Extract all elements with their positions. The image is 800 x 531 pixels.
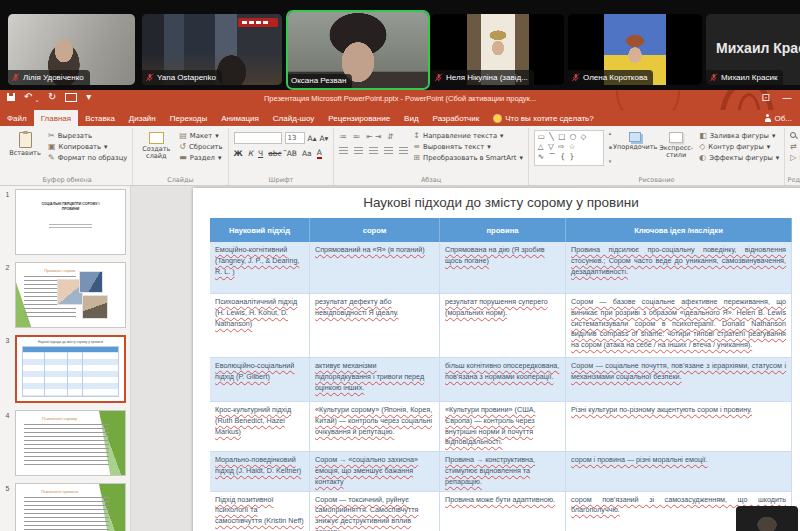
- align-left-icon[interactable]: [339, 147, 348, 154]
- text-direction-button[interactable]: ↕Направление текста ▾: [413, 132, 522, 140]
- current-slide[interactable]: Наукові підходи до змісту сорому у прови…: [193, 188, 800, 531]
- italic-button[interactable]: К: [248, 149, 253, 158]
- participant-tile[interactable]: Олена Короткова: [568, 14, 702, 85]
- table-cell[interactable]: Різні культури по-різному акцентують сор…: [566, 402, 792, 452]
- replace-button[interactable]: ⇄Заменить ▾: [790, 143, 800, 151]
- start-slideshow-icon[interactable]: [65, 93, 77, 102]
- table-cell[interactable]: сором і провина — різні моральні емоції.: [566, 452, 792, 491]
- section-button[interactable]: ▬Раздел ▾: [179, 154, 222, 162]
- layout-button[interactable]: ▤Макет ▾: [179, 132, 222, 140]
- table-cell[interactable]: Спрямована на дію (Я зробив щось погане): [440, 242, 566, 294]
- align-right-icon[interactable]: [369, 147, 378, 154]
- align-center-icon[interactable]: [354, 147, 363, 154]
- new-slide-button[interactable]: Создать слайд: [138, 130, 174, 160]
- slide-thumbnail-3-selected[interactable]: Наукові підходи до змісту сорому у прови…: [15, 335, 126, 403]
- shapes-gallery-scrollbar[interactable]: ▴▪▾: [609, 130, 612, 164]
- reset-button[interactable]: ↺Сбросить: [179, 143, 222, 151]
- tab-slideshow[interactable]: Слайд-шоу: [266, 110, 321, 126]
- slide-thumbnail-5[interactable]: Психологія провини: [15, 483, 126, 531]
- table-cell[interactable]: Провина підсилює про-соціальну поведінку…: [566, 242, 792, 294]
- cut-button[interactable]: ✂Вырезать: [48, 132, 127, 140]
- bullets-icon[interactable]: ≔: [339, 132, 347, 141]
- font-name-box[interactable]: [234, 132, 282, 144]
- tab-view[interactable]: Вид: [397, 110, 425, 126]
- align-text-button[interactable]: ≡Выровнять текст ▾: [413, 143, 522, 151]
- shrink-font-icon[interactable]: А▾: [319, 134, 328, 143]
- smartart-button[interactable]: ⊞Преобразовать в SmartArt ▾: [413, 154, 522, 162]
- table-cell[interactable]: результат дефекту або невідповідності Я …: [310, 294, 440, 358]
- participant-tile-camera-off[interactable]: Михаил Крас Михаил Красик: [706, 14, 800, 85]
- strikethrough-button[interactable]: abc: [268, 149, 281, 158]
- redo-icon[interactable]: ↻: [48, 92, 56, 102]
- account-signin[interactable]: Об...: [764, 110, 800, 126]
- bold-button[interactable]: Ж: [234, 149, 243, 158]
- customize-qat-icon[interactable]: ▾: [86, 92, 91, 102]
- paste-button[interactable]: Вставить: [7, 130, 43, 157]
- tab-developer[interactable]: Разработчик: [426, 110, 487, 126]
- slide-thumbnail-2[interactable]: Провина і сором: [15, 262, 126, 328]
- slide-thumbnail-1[interactable]: СОЦІАЛЬНІ ПЕРЦЕПТИ СОРОМУ І ПРОВИНИ: [15, 189, 126, 255]
- table-cell[interactable]: активує механізми підпорядкування і трив…: [310, 358, 440, 402]
- tab-design[interactable]: Дизайн: [122, 110, 163, 126]
- table-cell[interactable]: Еволюційно-соціальний підхід (P. Gilbert…: [210, 358, 310, 402]
- quick-styles-button[interactable]: Экспресс- стили: [658, 130, 694, 159]
- shape-fill-button[interactable]: ◧Заливка фигуры ▾: [699, 132, 779, 140]
- format-painter-button[interactable]: ✎Формат по образцу: [48, 154, 127, 162]
- tell-me-box[interactable]: Что вы хотите сделать?: [486, 110, 601, 126]
- change-case-button[interactable]: Аа: [302, 149, 312, 158]
- columns-icon[interactable]: [399, 147, 408, 154]
- table-cell[interactable]: більш когнітивно опосередкована, пов’яза…: [440, 358, 566, 402]
- table-cell[interactable]: Провина може бути адаптивною.: [440, 492, 566, 531]
- font-size-box[interactable]: 13: [285, 132, 305, 144]
- undo-icon[interactable]: ↶ ˯: [24, 92, 39, 102]
- tab-insert[interactable]: Вставка: [78, 110, 122, 126]
- table-cell[interactable]: «Культури провини» (США, Європа) — контр…: [440, 402, 566, 452]
- indent-icons[interactable]: ⇤ ⇥: [366, 132, 381, 141]
- table-cell[interactable]: Психоаналітичний підхід (H. Lewis, H. Ko…: [210, 294, 310, 358]
- find-button[interactable]: Найти: [790, 132, 800, 140]
- tab-file[interactable]: Файл: [0, 110, 34, 126]
- participant-tile[interactable]: Неля Нікуліна (завід...: [431, 14, 564, 85]
- table-cell[interactable]: результат порушення суперего (моральних …: [440, 294, 566, 358]
- table-cell[interactable]: Сором → «соціально захисна» емоція, що з…: [310, 452, 440, 491]
- minimize-icon[interactable]: —: [782, 92, 792, 103]
- slide-thumbnail-panel[interactable]: 1 СОЦІАЛЬНІ ПЕРЦЕПТИ СОРОМУ І ПРОВИНИ 2 …: [0, 186, 131, 531]
- slide-thumbnail-4[interactable]: Психологія сорому: [15, 410, 126, 476]
- floating-video-overlay[interactable]: [736, 506, 798, 531]
- table-cell[interactable]: Сором — токсичний, руйнує самоприйняття.…: [310, 492, 440, 531]
- table-cell[interactable]: «Культури сорому» (Японія, Корея, Китай)…: [310, 402, 440, 452]
- save-icon[interactable]: [7, 93, 15, 101]
- justify-icon[interactable]: [384, 147, 393, 154]
- ribbon-display-options-icon[interactable]: ⊡: [762, 92, 770, 103]
- grow-font-icon[interactable]: А▴: [308, 134, 317, 143]
- table-cell[interactable]: Сором — базове соціальне афективне переж…: [566, 294, 792, 358]
- numbering-icon[interactable]: ≕: [353, 132, 361, 141]
- copy-button[interactable]: ▣Копировать ▾: [48, 143, 127, 151]
- table-cell[interactable]: Спрямований на «Я» (я поганий): [310, 242, 440, 294]
- participant-tile-active-speaker[interactable]: Оксана Резван: [286, 10, 430, 90]
- shape-effects-button[interactable]: ◐Эффекты фигуры ▾: [699, 154, 779, 162]
- table-cell[interactable]: Морально-поведінковий підхід (J. Haidt, …: [210, 452, 310, 491]
- table-cell[interactable]: Провина → конструктивна, стимулює віднов…: [440, 452, 566, 491]
- tab-animations[interactable]: Анимация: [214, 110, 266, 126]
- slide-table[interactable]: Науковий підхід сором провина Ключова ід…: [210, 218, 792, 531]
- participant-tile[interactable]: Лілія Удовіченко: [8, 14, 135, 85]
- tab-transitions[interactable]: Переходы: [163, 110, 215, 126]
- tab-home[interactable]: Главная: [34, 110, 78, 126]
- shape-outline-button[interactable]: ◇Контур фигуры ▾: [699, 143, 779, 151]
- arrange-button[interactable]: Упорядочить: [617, 130, 653, 151]
- table-cell[interactable]: Підхід позитивної психології та самоспів…: [210, 492, 310, 531]
- line-spacing-icon[interactable]: ⇵: [387, 132, 393, 141]
- slide-title[interactable]: Наукові підходи до змісту сорому у прови…: [210, 195, 792, 210]
- tab-review[interactable]: Рецензирование: [321, 110, 397, 126]
- font-color-button[interactable]: А: [317, 149, 322, 159]
- table-cell[interactable]: Крос-культурний підхід (Ruth Benedict, H…: [210, 402, 310, 452]
- select-button[interactable]: ▷Выделить ▾: [790, 154, 800, 162]
- table-cell[interactable]: Емоційно-когнітивний (Tangney, J. P., & …: [210, 242, 310, 294]
- participant-tile[interactable]: Yana Ostapenko: [142, 14, 282, 85]
- title-bar[interactable]: ↶ ˯ ↻ ▾ Презентация Microsoft PowerPoint…: [0, 90, 800, 110]
- shapes-gallery[interactable]: ▭ ╲ □ ○ ◇ △ ▽ ⇨ ☆ ∿ ⌒ { }: [534, 130, 604, 166]
- underline-button[interactable]: Ч: [258, 149, 263, 158]
- character-spacing-button[interactable]: ᷆АВ: [287, 149, 297, 158]
- table-cell[interactable]: Сором — соціальне почуття, пов’язане з і…: [566, 358, 792, 402]
